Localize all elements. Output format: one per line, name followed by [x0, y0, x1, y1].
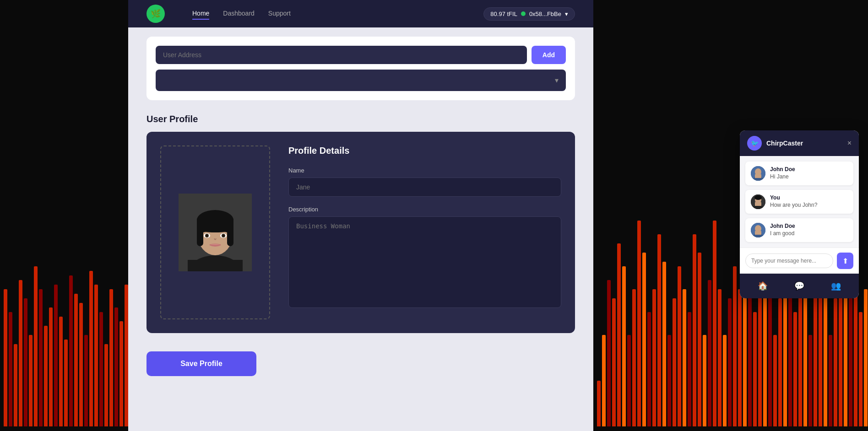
svg-rect-8: [227, 221, 233, 246]
wallet-address: 0x58...FbBe: [529, 11, 561, 17]
photo-upload-area[interactable]: [160, 145, 270, 319]
nav-logo: 🌿: [146, 5, 165, 23]
svg-rect-15: [188, 260, 243, 271]
chat-widget: 🐦 ChirpCaster × John Doe Hi Jane: [740, 130, 859, 298]
save-profile-button[interactable]: Save Profile: [146, 351, 256, 376]
svg-rect-28: [755, 231, 761, 235]
message-content: You How are you John?: [770, 194, 817, 208]
chat-send-button[interactable]: ⬆: [837, 253, 853, 269]
chat-nav-chat-button[interactable]: 💬: [792, 278, 807, 294]
chevron-down-icon: ▾: [555, 76, 559, 85]
svg-rect-19: [755, 174, 761, 178]
chat-close-button[interactable]: ×: [847, 139, 852, 147]
chat-input-row: ⬆: [740, 248, 859, 274]
address-input-row: Add: [156, 46, 566, 64]
svg-rect-23: [755, 202, 761, 206]
avatar: [751, 166, 765, 181]
name-input[interactable]: [288, 178, 561, 197]
wallet-balance: 80.97 tFIL: [490, 11, 517, 17]
message-sender: You: [770, 194, 817, 201]
chat-message: John Doe Hi Jane: [745, 162, 853, 185]
wallet-status-dot: [521, 11, 526, 16]
message-text: How are you John?: [770, 202, 817, 208]
chat-logo-icon: 🐦: [751, 140, 759, 147]
svg-point-13: [206, 235, 208, 237]
description-textarea[interactable]: [288, 216, 561, 308]
section-title: User Profile: [146, 114, 575, 124]
chat-messages-list: John Doe Hi Jane You How are you John?: [740, 156, 859, 248]
add-address-button[interactable]: Add: [532, 46, 566, 64]
address-dropdown[interactable]: ▾: [156, 70, 566, 91]
message-content: John Doe I am good: [770, 223, 795, 237]
chat-nav-home-button[interactable]: 🏠: [755, 278, 770, 294]
nav-link-home[interactable]: Home: [192, 8, 209, 20]
profile-details-title: Profile Details: [288, 145, 561, 156]
chat-logo: 🐦: [747, 136, 762, 151]
send-icon: ⬆: [842, 257, 848, 265]
chat-message-input[interactable]: [745, 253, 833, 268]
message-content: John Doe Hi Jane: [770, 166, 795, 180]
message-text: I am good: [770, 230, 795, 237]
you-avatar-img: [751, 194, 765, 209]
page-body: Add ▾ User Profile: [128, 27, 593, 394]
chat-message: John Doe I am good: [745, 218, 853, 242]
svg-point-24: [754, 195, 762, 200]
john-doe-avatar2-img: [751, 223, 765, 237]
name-label: Name: [288, 167, 561, 174]
address-section: Add ▾: [146, 37, 575, 100]
avatar: [751, 223, 765, 237]
profile-photo: [179, 194, 252, 271]
wallet-chevron-icon: ▾: [565, 11, 568, 17]
chat-message: You How are you John?: [745, 190, 853, 214]
waveform-left: (function(){ const cont = document.query…: [0, 0, 128, 431]
chat-title: ChirpCaster: [766, 140, 843, 147]
chat-header: 🐦 ChirpCaster ×: [740, 130, 859, 156]
nav-link-support[interactable]: Support: [268, 8, 291, 20]
avatar: [751, 194, 765, 209]
message-text: Hi Jane: [770, 173, 795, 180]
main-content: 🌿 Home Dashboard Support 80.97 tFIL 0x58…: [128, 0, 593, 431]
nav-link-dashboard[interactable]: Dashboard: [223, 8, 255, 20]
nav-links: Home Dashboard Support: [192, 8, 483, 20]
user-profile-section: User Profile: [146, 114, 575, 376]
message-sender: John Doe: [770, 223, 795, 229]
svg-point-14: [222, 235, 224, 237]
wallet-indicator[interactable]: 80.97 tFIL 0x58...FbBe ▾: [483, 7, 575, 21]
navbar: 🌿 Home Dashboard Support 80.97 tFIL 0x58…: [128, 0, 593, 27]
user-address-input[interactable]: [156, 46, 527, 64]
john-doe-avatar-img: [751, 166, 765, 181]
profile-details-form: Profile Details Name Description: [288, 145, 561, 310]
chat-nav-users-button[interactable]: 👥: [828, 278, 844, 294]
description-label: Description: [288, 206, 561, 213]
message-sender: John Doe: [770, 166, 795, 172]
chat-footer-nav: 🏠 💬 👥: [740, 274, 859, 298]
svg-rect-7: [197, 221, 203, 246]
profile-card: Profile Details Name Description: [146, 132, 575, 333]
